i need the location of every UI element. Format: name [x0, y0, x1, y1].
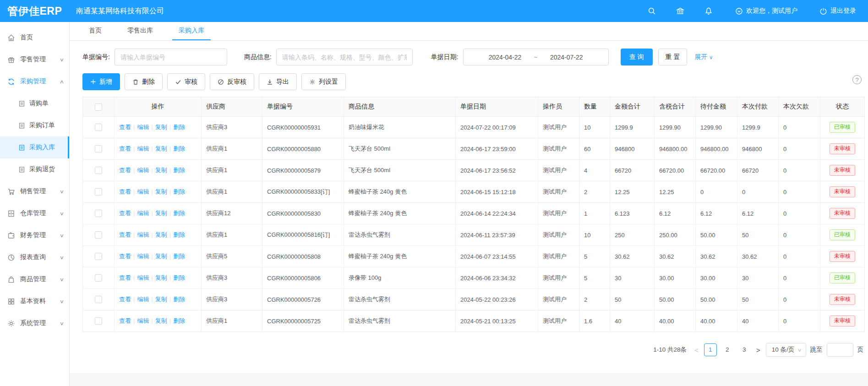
- cell-paid: 66720: [737, 160, 779, 181]
- sidebar-item-purchase-order[interactable]: 采购订单: [0, 114, 69, 136]
- view-link[interactable]: 查看: [119, 124, 131, 130]
- page-button-2[interactable]: 2: [721, 343, 734, 356]
- edit-link[interactable]: 编辑: [137, 296, 149, 303]
- row-checkbox[interactable]: [95, 274, 102, 282]
- export-button[interactable]: 导出: [259, 73, 297, 90]
- row-checkbox[interactable]: [95, 253, 102, 260]
- search-button[interactable]: 查 询: [621, 49, 653, 65]
- view-link[interactable]: 查看: [119, 210, 131, 217]
- reset-button[interactable]: 重 置: [658, 49, 688, 65]
- audit-button[interactable]: 审核: [167, 73, 205, 90]
- sidebar-item-purchase-request[interactable]: 请购单: [0, 92, 69, 114]
- page-button-3[interactable]: 3: [738, 343, 751, 356]
- row-checkbox[interactable]: [95, 145, 102, 152]
- copy-link[interactable]: 复制: [155, 124, 167, 130]
- user-icon: [735, 7, 743, 15]
- sidebar-item-goods[interactable]: 商品管理 ∨: [0, 268, 69, 290]
- prev-page-button[interactable]: <: [693, 346, 700, 354]
- cell-tax: 1299.90: [655, 117, 696, 138]
- delete-link[interactable]: 删除: [173, 210, 185, 217]
- edit-link[interactable]: 编辑: [137, 124, 149, 130]
- view-link[interactable]: 查看: [119, 231, 131, 238]
- delete-link[interactable]: 删除: [173, 253, 185, 260]
- sidebar-item-retail[interactable]: 零售管理 ∨: [0, 49, 69, 71]
- sidebar-item-reports[interactable]: 报表查询 ∨: [0, 246, 69, 268]
- sidebar-item-system[interactable]: 系统管理 ∨: [0, 312, 69, 334]
- sidebar-item-purchase[interactable]: 采购管理 ∧: [0, 71, 69, 92]
- next-page-button[interactable]: >: [755, 346, 762, 354]
- copy-link[interactable]: 复制: [155, 145, 167, 152]
- product-input[interactable]: [276, 49, 413, 65]
- bell-icon[interactable]: [704, 6, 713, 16]
- search-icon[interactable]: [647, 6, 656, 16]
- copy-link[interactable]: 复制: [155, 253, 167, 260]
- cell-supplier: 供应商5: [202, 246, 262, 267]
- column-settings-button[interactable]: 列设置: [301, 73, 346, 90]
- copy-link[interactable]: 复制: [155, 167, 167, 174]
- delete-link[interactable]: 删除: [173, 296, 185, 303]
- bill-no-input[interactable]: [115, 49, 227, 65]
- select-all-checkbox[interactable]: [95, 103, 102, 111]
- row-checkbox[interactable]: [95, 296, 102, 303]
- sidebar-item-purchase-return[interactable]: 采购退货: [0, 158, 69, 180]
- view-link[interactable]: 查看: [119, 188, 131, 195]
- copy-link[interactable]: 复制: [155, 231, 167, 238]
- add-button[interactable]: 新增: [82, 73, 120, 90]
- tab-purchase-in[interactable]: 采购入库: [172, 22, 211, 40]
- cell-operator: 测试用户: [538, 267, 579, 289]
- row-checkbox[interactable]: [95, 188, 102, 196]
- sidebar-item-finance[interactable]: 财务管理 ∨: [0, 224, 69, 246]
- date-range-picker[interactable]: 2024-04-22 ~ 2024-07-22: [463, 49, 609, 65]
- copy-link[interactable]: 复制: [155, 296, 167, 303]
- sidebar-item-home[interactable]: 首页: [0, 27, 69, 49]
- table-row: 查看|编辑|复制|删除供应商3CGRK00000005931奶油味爆米花2024…: [83, 117, 865, 138]
- logout-button[interactable]: 退出登录: [819, 7, 856, 15]
- edit-link[interactable]: 编辑: [137, 317, 149, 324]
- expand-filters-link[interactable]: 展开 ∨: [694, 53, 713, 61]
- view-link[interactable]: 查看: [119, 167, 131, 174]
- view-link[interactable]: 查看: [119, 253, 131, 260]
- page-size-select[interactable]: 10 条/页 ∨: [766, 343, 806, 357]
- delete-link[interactable]: 删除: [173, 231, 185, 238]
- view-link[interactable]: 查看: [119, 274, 131, 281]
- user-menu[interactable]: 欢迎您，测试用户: [735, 7, 797, 15]
- page-button-1[interactable]: 1: [704, 343, 717, 356]
- delete-link[interactable]: 删除: [173, 188, 185, 195]
- copy-link[interactable]: 复制: [155, 274, 167, 281]
- help-icon[interactable]: ?: [852, 75, 862, 84]
- sidebar-item-purchase-inbound[interactable]: 采购入库: [0, 136, 69, 158]
- edit-link[interactable]: 编辑: [137, 253, 149, 260]
- row-checkbox[interactable]: [95, 167, 102, 174]
- copy-link[interactable]: 复制: [155, 210, 167, 217]
- edit-link[interactable]: 编辑: [137, 210, 149, 217]
- bank-icon[interactable]: [676, 6, 685, 16]
- sidebar-item-basic[interactable]: 基本资料 ∨: [0, 290, 69, 312]
- jump-page-input[interactable]: [827, 343, 853, 357]
- copy-link[interactable]: 复制: [155, 188, 167, 195]
- unaudit-button[interactable]: 反审核: [210, 73, 254, 90]
- edit-link[interactable]: 编辑: [137, 188, 149, 195]
- delete-link[interactable]: 删除: [173, 317, 185, 324]
- sidebar-item-sales[interactable]: 销售管理 ∨: [0, 180, 69, 202]
- tab-home[interactable]: 首页: [82, 22, 108, 40]
- edit-link[interactable]: 编辑: [137, 274, 149, 281]
- delete-link[interactable]: 删除: [173, 274, 185, 281]
- delete-link[interactable]: 删除: [173, 145, 185, 152]
- row-checkbox[interactable]: [95, 317, 102, 325]
- view-link[interactable]: 查看: [119, 145, 131, 152]
- row-checkbox[interactable]: [95, 231, 102, 239]
- row-checkbox[interactable]: [95, 124, 102, 131]
- sidebar-item-warehouse[interactable]: 仓库管理 ∨: [0, 202, 69, 224]
- edit-link[interactable]: 编辑: [137, 167, 149, 174]
- tab-retail-out[interactable]: 零售出库: [121, 22, 159, 40]
- delete-link[interactable]: 删除: [173, 167, 185, 174]
- edit-link[interactable]: 编辑: [137, 145, 149, 152]
- edit-link[interactable]: 编辑: [137, 231, 149, 238]
- row-checkbox[interactable]: [95, 210, 102, 217]
- delete-button[interactable]: 删除: [125, 73, 163, 90]
- view-link[interactable]: 查看: [119, 296, 131, 303]
- cell-code: CGRK00000005808: [262, 246, 344, 267]
- delete-link[interactable]: 删除: [173, 124, 185, 130]
- view-link[interactable]: 查看: [119, 317, 131, 324]
- copy-link[interactable]: 复制: [155, 317, 167, 324]
